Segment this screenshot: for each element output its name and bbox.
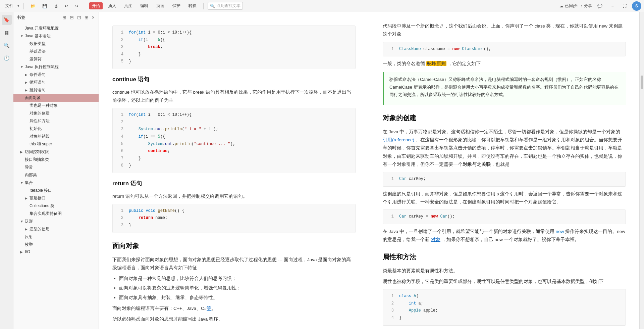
- label-oop: 面向对象: [25, 95, 96, 101]
- file-menu-group: 文件 ▾: [3, 2, 19, 9]
- sidebar-item-java-dev[interactable]: Java 开发环境配置: [13, 25, 99, 32]
- sidebar-icon-1[interactable]: ⊞: [62, 14, 67, 21]
- insert-tab[interactable]: 插入: [105, 2, 119, 9]
- protect-tab[interactable]: 保护: [170, 2, 183, 9]
- sidebar-item-this-super[interactable]: this 和 super: [13, 140, 99, 148]
- print-btn[interactable]: 🖨: [51, 3, 61, 9]
- label-collections-class: Collections 类: [30, 203, 96, 209]
- search-box[interactable]: 🔍 点此查找文本: [208, 2, 243, 10]
- search-placeholder: 点此查找文本: [216, 3, 240, 9]
- arrow-collection: ▼: [20, 181, 25, 185]
- share-btn[interactable]: ↑ 分享: [581, 3, 592, 9]
- sync-status[interactable]: ☁ 已同步·: [559, 3, 578, 9]
- content-area: 1for(int i = 0;i < 10;i++){ 2 if(i == 5)…: [99, 12, 644, 329]
- sidebar-item-java-control[interactable]: ▼ Java 执行控制流程: [13, 63, 99, 71]
- page-right[interactable]: 代码段中涉及一个新的概念 // ，这个我们后面会说。上面，你声明了一个 clas…: [369, 12, 639, 329]
- arrow-generics: ▼: [20, 220, 25, 223]
- sidebar-item-conditional[interactable]: ▶ 条件语句: [13, 71, 99, 79]
- sidebar-icon-2[interactable]: ⊟: [69, 14, 74, 21]
- redo-btn[interactable]: ↪: [72, 3, 81, 9]
- sidebar-item-java-basic[interactable]: ▼ Java 基本语法: [13, 32, 99, 40]
- sidebar-item-data-type[interactable]: 数据类型: [13, 40, 99, 48]
- sidebar-item-access-ctrl[interactable]: ▶ 访问控制权限: [13, 148, 99, 156]
- history-panel-icon[interactable]: 🕐: [2, 53, 12, 63]
- arrow-jump: ▶: [25, 88, 30, 92]
- user-avatar[interactable]: S: [632, 1, 641, 11]
- attr-method-title: 属性和方法: [383, 251, 626, 263]
- edit-tab[interactable]: 编辑: [138, 2, 151, 9]
- sidebar-item-collection[interactable]: ▼ 集合: [13, 179, 99, 187]
- sidebar-item-obj-destroy[interactable]: 对象的销毁: [13, 133, 99, 140]
- sidebar-item-generics[interactable]: ▼ 泛形: [13, 218, 99, 225]
- share-label: 分享: [584, 3, 592, 9]
- continue-desc-text: continue 也可以放在循环语句中，它与 break 语句具有相反的效果，它…: [112, 90, 351, 103]
- sync-icon: ☁: [559, 4, 564, 8]
- review-tab[interactable]: 批注: [121, 2, 135, 9]
- bullet-2: 面向对象可以将复杂的业务逻辑简单化，增强代码复用性；: [119, 284, 356, 292]
- start-tab[interactable]: 开始: [89, 2, 103, 9]
- label-java-control: Java 执行控制流程: [25, 64, 96, 70]
- sidebar-item-collections-class[interactable]: Collections 类: [13, 202, 99, 210]
- sidebar-item-obj-create[interactable]: 对象的创建: [13, 109, 99, 117]
- open-btn[interactable]: 📂: [28, 3, 38, 9]
- attr-method-desc1: 类最基本的要素就是有属性和方法。: [383, 267, 626, 275]
- label-basic-syntax: 基础语法: [30, 49, 96, 54]
- fullscreen-btn[interactable]: ⛶: [620, 3, 629, 9]
- sidebar-item-jump[interactable]: ▶ 跳转语句: [13, 86, 99, 94]
- label-jump: 跳转语句: [30, 87, 96, 93]
- sidebar-item-basic-syntax[interactable]: 基础语法: [13, 48, 99, 55]
- sidebar-item-generics-use[interactable]: ▶ 泛型的使用: [13, 225, 99, 233]
- sidebar-icon-group: ⊞ ⊟ ⊡ ⊞ ×: [62, 14, 95, 21]
- search-icon: 🔍: [210, 4, 215, 8]
- save-btn[interactable]: 💾: [40, 3, 50, 9]
- page-left[interactable]: 1for(int i = 0;i < 10;i++){ 2 if(i == 5)…: [99, 12, 369, 329]
- sidebar-item-class-is-obj[interactable]: 类也是一种对象: [13, 102, 99, 109]
- convert-tab[interactable]: 转换: [186, 2, 199, 9]
- sidebar-icon-3[interactable]: ⊡: [76, 14, 82, 21]
- find-panel-icon[interactable]: 🔍: [2, 40, 12, 50]
- sidebar-item-top-interface[interactable]: ▶ 顶层接口: [13, 194, 99, 202]
- undo-btn[interactable]: ↩: [62, 3, 71, 9]
- label-obj-destroy: 对象的销毁: [30, 134, 96, 139]
- obj-create-desc2: 这创建的只是引用，而并非对象，但是如果你想要使用 s 这个引用时，会返回一个异常…: [383, 190, 626, 206]
- sidebar-item-io[interactable]: ▶ I/O: [13, 248, 99, 255]
- obj-create-desc1: 在 Java 中，万事万物都是对象。这句话相信你一定不陌生，尽管一切都看作是对象…: [383, 128, 626, 169]
- label-data-type: 数据类型: [30, 41, 96, 47]
- label-generics-use: 泛型的使用: [30, 226, 96, 232]
- return-desc: return 语句可以从一个方法返回，并把控制权交给调用它的语句。: [112, 192, 356, 200]
- sidebar-item-init[interactable]: 初始化: [13, 125, 99, 133]
- sidebar-item-loop[interactable]: ▶ 循环语句: [13, 79, 99, 86]
- label-collection-impl: 集合实现类特征图: [30, 211, 96, 217]
- page-tab[interactable]: 页面: [154, 2, 167, 9]
- bullet-3: 面向对象具有抽象、封装、继承、多态等特性。: [119, 294, 356, 302]
- sidebar-item-reflection[interactable]: 反射: [13, 233, 99, 241]
- sidebar-item-interface-abstract[interactable]: 接口和抽象类: [13, 156, 99, 163]
- sidebar-item-iterable[interactable]: Iterable 接口: [13, 187, 99, 194]
- file-menu[interactable]: 文件: [3, 2, 16, 9]
- label-this-super: this 和 super: [30, 141, 96, 147]
- more-btn[interactable]: ⋯: [608, 3, 617, 9]
- arrow-conditional: ▶: [25, 73, 30, 77]
- sidebar: 书签 ⊞ ⊟ ⊡ ⊞ × Java 开发环境配置 ▼ Java 基本语法: [13, 12, 99, 329]
- comment-btn[interactable]: 💬: [595, 3, 605, 9]
- scrollbar-thumb[interactable]: [641, 76, 643, 89]
- sidebar-content: Java 开发环境配置 ▼ Java 基本语法 数据类型 基础语法 运算符 ▼: [13, 23, 99, 329]
- label-iterable: Iterable 接口: [30, 188, 96, 193]
- sidebar-item-oop[interactable]: 面向对象: [13, 94, 99, 102]
- return-title: return 语句: [112, 179, 356, 189]
- bookmark-panel-icon[interactable]: 🔖: [2, 15, 12, 25]
- sidebar-item-enum[interactable]: 枚举: [13, 241, 99, 248]
- label-generics: 泛形: [25, 219, 96, 224]
- sidebar-item-exception[interactable]: 异常: [13, 163, 99, 171]
- sidebar-item-inner-class[interactable]: 内部类: [13, 171, 99, 179]
- sidebar-item-collection-impl[interactable]: 集合实现类特征图: [13, 210, 99, 218]
- arrow-java-basic: ▼: [20, 34, 25, 38]
- sep-2: [85, 3, 85, 9]
- label-io: I/O: [25, 249, 96, 254]
- thumbnail-panel-icon[interactable]: ▦: [2, 28, 12, 38]
- sidebar-icon-4[interactable]: ⊞: [84, 14, 89, 21]
- sidebar-item-attr-method[interactable]: 属性和方法: [13, 117, 99, 125]
- sidebar-close[interactable]: ×: [91, 14, 95, 21]
- callout-text: 骆驼式命名法（Camel-Case）又称驼峰式命名法，是电脑程式编写时的一套命名…: [389, 76, 621, 98]
- sidebar-item-operator[interactable]: 运算符: [13, 55, 99, 63]
